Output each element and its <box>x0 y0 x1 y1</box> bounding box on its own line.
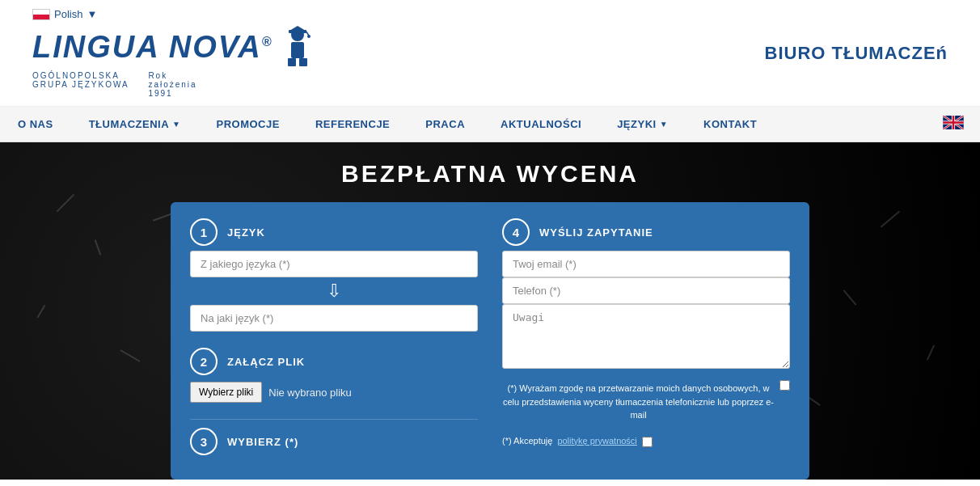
nav-label: REFERENCJE <box>315 118 390 130</box>
lang-arrow-icon: ▼ <box>87 8 97 20</box>
nav-item-o-nas[interactable]: O NAS <box>0 107 71 142</box>
header-left: Polish ▼ LINGUA NOVA® <box>32 8 315 98</box>
step2-title: ZAŁĄCZ PLIK <box>227 356 305 368</box>
arrow-down-icon: ⇩ <box>190 277 478 305</box>
step1-header: 1 JĘZYK <box>190 218 478 246</box>
file-choose-button[interactable]: Wybierz pliki <box>190 382 262 403</box>
step2-section: 2 ZAŁĄCZ PLIK Wybierz pliki Nie wybrano … <box>190 348 478 403</box>
nav-label: AKTUALNOŚCI <box>501 118 581 130</box>
form-left-col: 1 JĘZYK ⇩ 2 ZAŁĄCZ PLIK Wybi <box>190 218 478 460</box>
phone-field[interactable] <box>502 277 790 304</box>
step4-title: WYŚLIJ ZAPYTANIE <box>539 226 653 239</box>
step4-header: 4 WYŚLIJ ZAPYTANIE <box>502 218 790 246</box>
bureau-title: BIURO TŁUMACZEń <box>765 43 948 64</box>
logo-brand-name: LINGUA NOVA <box>32 30 262 64</box>
graduate-icon <box>280 24 315 70</box>
nav-item-referencje[interactable]: REFERENCJE <box>298 107 408 142</box>
hero-section: BEZPŁATNA WYCENA 1 JĘZYK ⇩ <box>0 142 980 480</box>
logo-main: LINGUA NOVA® <box>32 24 315 70</box>
main-nav: O NAS TŁUMACZENIA ▼ PROMOCJE REFERENCJE … <box>0 107 980 142</box>
chevron-down-icon: ▼ <box>660 120 668 129</box>
logo: LINGUA NOVA® OGÓLNOPOLSKA GRUPA JĘZYKOWA <box>32 24 315 98</box>
nav-item-tlumaczenia[interactable]: TŁUMACZENIA ▼ <box>71 107 199 142</box>
chevron-down-icon: ▼ <box>172 120 180 129</box>
nav-item-aktualnosci[interactable]: AKTUALNOŚCI <box>483 107 599 142</box>
step1-title: JĘZYK <box>227 226 265 239</box>
step3-header: 3 WYBIERZ (*) <box>190 428 478 455</box>
nav-item-praca[interactable]: PRACA <box>408 107 483 142</box>
consent1-checkbox[interactable] <box>779 380 790 391</box>
quote-form: 1 JĘZYK ⇩ 2 ZAŁĄCZ PLIK Wybi <box>171 202 809 480</box>
step3-section: 3 WYBIERZ (*) <box>190 419 478 460</box>
svg-rect-2 <box>288 58 296 66</box>
page-title: BEZPŁATNA WYCENA <box>341 142 639 202</box>
logo-year: Rok założenia 1991 <box>148 71 210 98</box>
language-selector[interactable]: Polish ▼ <box>32 8 97 20</box>
nav-label: JĘZYKI <box>617 118 657 130</box>
logo-subtitle-left: OGÓLNOPOLSKA GRUPA JĘZYKOWA <box>32 71 148 98</box>
svg-rect-3 <box>299 58 307 66</box>
notes-field[interactable] <box>502 304 790 369</box>
step4-circle: 4 <box>502 218 530 246</box>
file-input-row: Wybierz pliki Nie wybrano pliku <box>190 382 478 403</box>
consent2-checkbox[interactable] <box>642 437 653 447</box>
step1-section: 1 JĘZYK ⇩ <box>190 218 478 332</box>
uk-flag-icon[interactable] <box>943 116 964 129</box>
language-to-input[interactable] <box>190 305 478 332</box>
form-right-col: 4 WYŚLIJ ZAPYTANIE (*) Wyrażam zgodę na … <box>502 218 790 460</box>
step1-circle: 1 <box>190 218 218 246</box>
svg-point-7 <box>307 35 310 38</box>
header: Polish ▼ LINGUA NOVA® <box>0 0 980 107</box>
logo-text: LINGUA NOVA® <box>32 32 273 62</box>
nav-item-promocje[interactable]: PROMOCJE <box>198 107 297 142</box>
svg-rect-1 <box>291 42 304 58</box>
nav-label: PROMOCJE <box>216 118 279 130</box>
lang-label: Polish <box>54 8 82 20</box>
nav-item-kontakt[interactable]: KONTAKT <box>686 107 775 142</box>
consent2-block: (*) Akceptuję politykę prywatności <box>502 435 790 447</box>
nav-label: O NAS <box>18 118 53 130</box>
svg-rect-16 <box>943 121 964 124</box>
privacy-policy-link[interactable]: politykę prywatności <box>557 435 636 447</box>
language-from-input[interactable] <box>190 251 478 277</box>
step2-circle: 2 <box>190 348 218 375</box>
svg-marker-5 <box>289 26 306 31</box>
nav-right <box>943 116 980 133</box>
step2-header: 2 ZAŁĄCZ PLIK <box>190 348 478 375</box>
consent1-block: (*) Wyrażam zgodę na przetwarzanie moich… <box>502 378 790 425</box>
step3-circle: 3 <box>190 428 218 455</box>
step3-title: WYBIERZ (*) <box>227 436 298 448</box>
step4-section: 4 WYŚLIJ ZAPYTANIE <box>502 218 790 372</box>
nav-label: KONTAKT <box>703 118 757 130</box>
nav-label: TŁUMACZENIA <box>89 118 169 130</box>
logo-subtitle: OGÓLNOPOLSKA GRUPA JĘZYKOWA Rok założeni… <box>32 71 210 98</box>
consent2-prefix: (*) Akceptuję <box>502 435 552 447</box>
file-label: Nie wybrano pliku <box>268 387 352 399</box>
nav-item-jezyki[interactable]: JĘZYKI ▼ <box>599 107 686 142</box>
consent1-text: (*) Wyrażam zgodę na przetwarzanie moich… <box>502 378 775 425</box>
logo-registered: ® <box>262 35 273 49</box>
nav-label: PRACA <box>425 118 465 130</box>
email-field[interactable] <box>502 251 790 277</box>
polish-flag-icon <box>32 9 50 20</box>
bureau-title-text: BIURO TŁUMACZEń <box>765 43 948 63</box>
